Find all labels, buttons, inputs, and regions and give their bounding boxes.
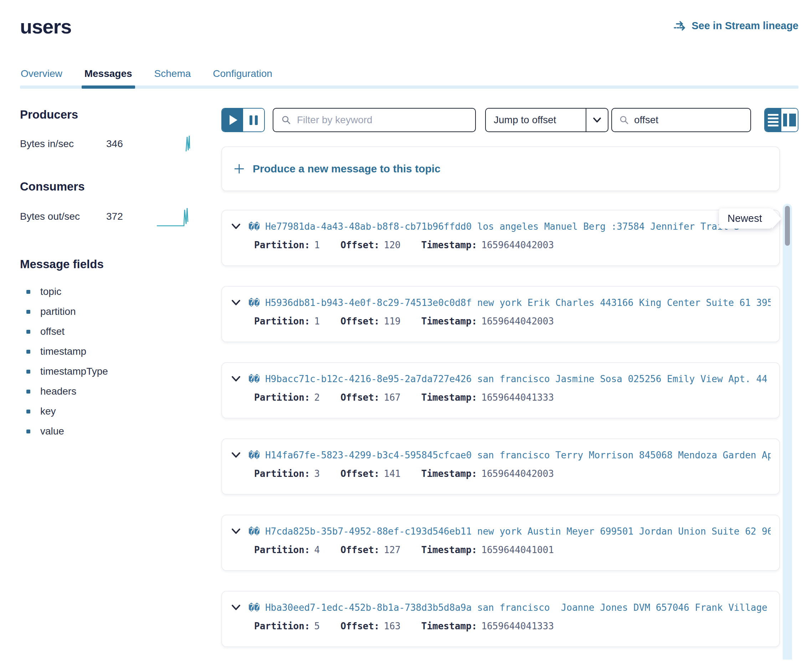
message-fields-heading: Message fields xyxy=(20,257,221,271)
message-row[interactable]: �� He77981da-4a43-48ab-b8f8-cb71b96ffdd0… xyxy=(221,210,780,266)
messages-panel: Jump to offset xyxy=(221,108,798,661)
message-key: �� H9bacc71c-b12c-4216-8e95-2a7da727e426… xyxy=(248,374,770,384)
bullet-icon xyxy=(26,390,30,394)
message-row[interactable]: �� H14fa67fe-5823-4299-b3c4-595845cfcae0… xyxy=(221,438,780,495)
keyword-filter xyxy=(273,108,476,132)
list-view-button[interactable] xyxy=(765,109,782,131)
offset-value: 119 xyxy=(384,316,400,327)
split-view-icon xyxy=(783,113,796,126)
tab-messages[interactable]: Messages xyxy=(84,68,133,89)
pause-icon xyxy=(250,115,258,125)
tab-overview[interactable]: Overview xyxy=(20,68,63,89)
partition-value: 4 xyxy=(314,544,320,555)
page-header: users See in Stream lineage xyxy=(20,15,798,38)
bytes-in-metric: Bytes in/sec 346 xyxy=(20,134,195,154)
partition-value: 2 xyxy=(314,392,320,403)
bullet-icon xyxy=(26,290,30,294)
bullet-icon xyxy=(26,350,30,354)
field-item-headers[interactable]: headers xyxy=(20,386,221,396)
field-item-timestamp[interactable]: timestamp xyxy=(20,346,221,356)
timestamp-value: 1659644042003 xyxy=(481,468,554,479)
field-item-offset[interactable]: offset xyxy=(20,327,221,337)
message-fields-list: topic partition offset timestamp timesta… xyxy=(20,287,221,436)
jump-to-offset-select[interactable]: Jump to offset xyxy=(485,108,609,132)
offset-value: 163 xyxy=(384,621,400,631)
play-pause-toggle xyxy=(221,108,265,132)
timestamp-value: 1659644041333 xyxy=(481,392,554,403)
bullet-icon xyxy=(26,429,30,433)
offset-search xyxy=(611,108,751,132)
message-row[interactable]: �� H7cda825b-35b7-4952-88ef-c193d546eb11… xyxy=(221,515,780,571)
bytes-in-value: 346 xyxy=(106,138,123,150)
timestamp-value: 1659644042003 xyxy=(481,239,554,251)
bytes-in-label: Bytes in/sec xyxy=(20,138,106,150)
produce-message-button[interactable]: Produce a new message to this topic xyxy=(221,146,780,191)
field-item-timestampType[interactable]: timestampType xyxy=(20,366,221,377)
field-item-partition[interactable]: partition xyxy=(20,307,221,317)
message-row[interactable]: �� H5936db81-b943-4e0f-8c29-74513e0c0d8f… xyxy=(221,286,780,342)
expand-chevron-icon[interactable] xyxy=(231,604,240,611)
expand-chevron-icon[interactable] xyxy=(231,223,240,230)
timestamp-value: 1659644041333 xyxy=(481,621,554,631)
pause-button[interactable] xyxy=(243,109,264,131)
page-title: users xyxy=(20,15,71,38)
view-mode-toggle xyxy=(764,108,798,132)
expand-chevron-icon[interactable] xyxy=(231,300,240,306)
offset-value: 141 xyxy=(384,468,400,479)
message-list-scrollbar-track[interactable] xyxy=(783,204,792,659)
offset-search-input[interactable] xyxy=(634,114,763,126)
offset-value: 127 xyxy=(384,544,400,555)
timestamp-value: 1659644041001 xyxy=(481,544,554,555)
jump-select-value: Jump to offset xyxy=(486,109,586,131)
expand-chevron-icon[interactable] xyxy=(231,376,240,382)
expand-chevron-icon[interactable] xyxy=(231,528,240,535)
split-view-button[interactable] xyxy=(782,109,798,131)
play-button[interactable] xyxy=(222,109,243,131)
message-meta: Partition:4 Offset:127 Timestamp:1659644… xyxy=(254,544,770,555)
list-view-icon xyxy=(768,114,778,126)
message-key: �� H5936db81-b943-4e0f-8c29-74513e0c0d8f… xyxy=(248,297,770,308)
tab-configuration[interactable]: Configuration xyxy=(212,68,273,89)
partition-value: 5 xyxy=(314,621,320,631)
offset-value: 167 xyxy=(384,392,400,403)
message-meta: Partition:2 Offset:167 Timestamp:1659644… xyxy=(254,392,770,403)
topic-page: users See in Stream lineage Overview Mes… xyxy=(0,0,812,661)
partition-value: 1 xyxy=(314,239,320,251)
field-item-topic[interactable]: topic xyxy=(20,287,221,297)
newest-tooltip-label: Newest xyxy=(719,208,772,228)
bullet-icon xyxy=(26,330,30,334)
message-key: �� H14fa67fe-5823-4299-b3c4-595845cfcae0… xyxy=(248,450,770,460)
message-meta: Partition:1 Offset:120 Timestamp:1659644… xyxy=(254,239,770,251)
message-list-scrollbar-thumb[interactable] xyxy=(785,206,790,246)
message-key: �� He77981da-4a43-48ab-b8f8-cb71b96ffdd0… xyxy=(248,221,740,232)
consumers-heading: Consumers xyxy=(20,180,221,193)
timestamp-value: 1659644042003 xyxy=(481,316,554,327)
plus-icon xyxy=(234,163,245,174)
message-key: �� Hba30eed7-1edc-452b-8b1a-738d3b5d8a9a… xyxy=(248,602,770,613)
tab-schema[interactable]: Schema xyxy=(154,68,192,89)
play-icon xyxy=(229,115,237,125)
bytes-out-label: Bytes out/sec xyxy=(20,211,106,222)
metrics-sidebar: Producers Bytes in/sec 346 Consumers Byt… xyxy=(20,108,221,661)
field-item-key[interactable]: key xyxy=(20,406,221,416)
message-row[interactable]: �� H9bacc71c-b12c-4216-8e95-2a7da727e426… xyxy=(221,362,780,418)
stream-lineage-link[interactable]: See in Stream lineage xyxy=(674,20,798,32)
bytes-out-sparkline xyxy=(156,206,195,228)
message-meta: Partition:5 Offset:163 Timestamp:1659644… xyxy=(254,621,770,631)
expand-chevron-icon[interactable] xyxy=(231,452,240,458)
lineage-arrow-icon xyxy=(674,20,687,32)
field-item-value[interactable]: value xyxy=(20,426,221,436)
message-list: �� He77981da-4a43-48ab-b8f8-cb71b96ffdd0… xyxy=(221,210,798,647)
bytes-out-value: 372 xyxy=(106,211,123,222)
message-key: �� H7cda825b-35b7-4952-88ef-c193d546eb11… xyxy=(248,526,770,537)
partition-value: 1 xyxy=(314,316,320,327)
filter-input[interactable] xyxy=(297,114,467,126)
message-row[interactable]: �� Hba30eed7-1edc-452b-8b1a-738d3b5d8a9a… xyxy=(221,591,780,647)
chevron-down-icon xyxy=(586,109,608,131)
offset-value: 120 xyxy=(384,239,400,251)
search-icon xyxy=(281,115,291,125)
produce-button-label: Produce a new message to this topic xyxy=(253,163,440,175)
bullet-icon xyxy=(26,370,30,374)
message-meta: Partition:3 Offset:141 Timestamp:1659644… xyxy=(254,468,770,479)
partition-value: 3 xyxy=(314,468,320,479)
